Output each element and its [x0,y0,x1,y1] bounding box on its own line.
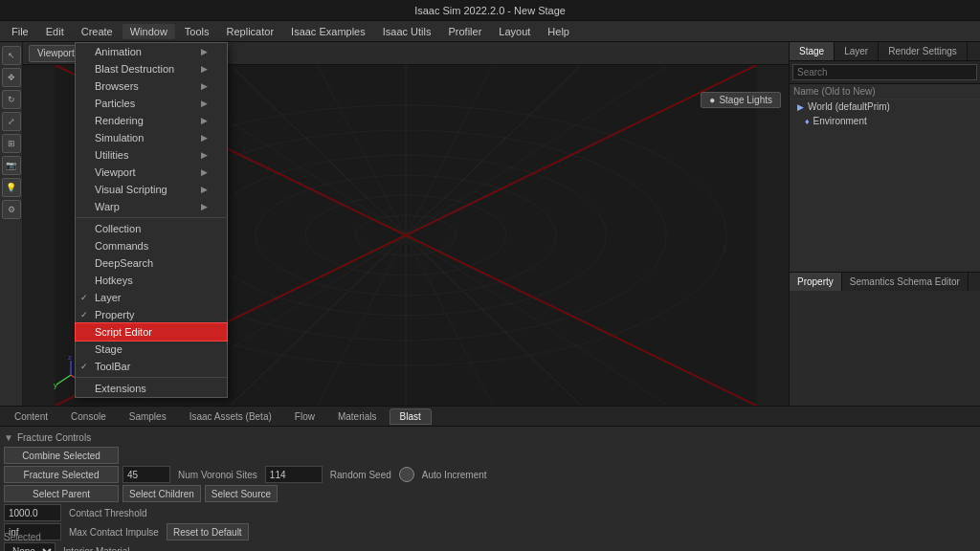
combine-selected-button[interactable]: Combine Selected [4,447,119,464]
stage-lights-button[interactable]: ● Stage Lights [701,92,781,108]
dd-deepsearch-label: DeepSearch [95,257,153,269]
tab-blast[interactable]: Blast [390,408,432,425]
right-panel-bottom-tabs: Property Semantics Schema Editor [790,273,980,291]
dd-blast-destruction[interactable]: Blast Destruction ▶ [76,60,227,77]
title-bar: Isaac Sim 2022.2.0 - New Stage [0,0,980,21]
value-1000-input[interactable] [4,504,61,521]
menu-create[interactable]: Create [74,24,121,39]
bottom-panel: ▼ Fracture Controls Combine Selected Fra… [0,427,980,551]
stage-tree-header: Name (Old to New) [790,84,980,99]
toolbar-camera[interactable]: 📷 [2,156,21,175]
world-icon: ▶ [797,102,804,112]
dd-utilities[interactable]: Utilities ▶ [76,146,227,164]
random-seed-label: Random Seed [326,469,395,481]
menu-isaac-examples[interactable]: Isaac Examples [283,24,373,39]
dd-layer-label: Layer [95,292,122,303]
dd-extensions[interactable]: Extensions [76,380,227,397]
toolbar-physics[interactable]: ⚙ [2,200,21,219]
dd-warp-label: Warp [95,201,120,212]
dd-script-editor[interactable]: Script Editor [76,323,227,341]
fracture-controls: ▼ Fracture Controls Combine Selected Fra… [0,427,980,551]
dd-simulation-label: Simulation [95,132,144,143]
warp-arrow-icon: ▶ [201,202,208,211]
menu-layout[interactable]: Layout [491,24,538,39]
menu-replicator[interactable]: Replicator [219,24,282,39]
dd-layer[interactable]: ✓ Layer [76,289,227,306]
select-children-button[interactable]: Select Children [122,485,201,502]
dd-simulation[interactable]: Simulation ▶ [76,129,227,146]
max-contact-impulse-label: Max Contact Impulse [65,526,163,539]
tree-item-world-label: World (defaultPrim) [808,101,890,112]
menu-tools[interactable]: Tools [177,24,217,39]
menu-window[interactable]: Window [122,24,175,39]
toolbar-scale[interactable]: ⤢ [2,112,21,131]
dd-property[interactable]: ✓ Property [76,306,227,323]
toolbar-light[interactable]: 💡 [2,178,21,197]
voronoi-sites-input[interactable] [265,466,323,483]
viewport-arrow-icon: ▶ [201,167,208,177]
search-box [790,61,980,84]
dd-stage[interactable]: Stage [76,341,227,358]
dd-toolbar[interactable]: ✓ ToolBar [76,358,227,375]
dd-commands[interactable]: Commands [76,237,227,254]
auto-increment-toggle[interactable] [399,467,414,482]
dd-visual-scripting[interactable]: Visual Scripting ▶ [76,181,227,198]
menu-file[interactable]: File [4,24,36,39]
tab-console[interactable]: Console [60,408,117,425]
tree-item-world[interactable]: ▶ World (defaultPrim) [790,99,980,114]
dd-rendering[interactable]: Rendering ▶ [76,112,227,129]
toolbar-rotate[interactable]: ↻ [2,90,21,109]
dd-utilities-label: Utilities [95,149,128,161]
blast-destruction-arrow-icon: ▶ [201,64,208,74]
reset-to-default-button[interactable]: Reset to Default [167,523,249,540]
tab-content[interactable]: Content [4,408,58,425]
right-panel-tabs: Stage Layer Render Settings [790,42,980,61]
semantics-tab[interactable]: Semantics Schema Editor [842,273,969,291]
none-dropdown[interactable]: None [4,542,56,551]
dd-stage-label: Stage [95,343,122,355]
dd-rendering-label: Rendering [95,115,144,126]
dd-warp[interactable]: Warp ▶ [76,198,227,215]
particles-arrow-icon: ▶ [201,99,208,108]
dd-animation[interactable]: Animation ▶ [76,43,227,60]
menu-edit[interactable]: Edit [38,24,72,39]
dd-browsers-label: Browsers [95,80,139,92]
layer-tab[interactable]: Layer [835,42,879,60]
select-source-button[interactable]: Select Source [205,485,278,502]
dd-deepsearch[interactable]: DeepSearch [76,254,227,272]
fracture-input[interactable] [122,466,170,483]
stage-tab[interactable]: Stage [790,42,835,60]
dd-particles-label: Particles [95,98,135,109]
tab-samples[interactable]: Samples [119,408,177,425]
menu-isaac-utils[interactable]: Isaac Utils [375,24,439,39]
toolbar-move[interactable]: ✥ [2,68,21,87]
dd-visual-scripting-label: Visual Scripting [95,184,167,195]
select-parent-button[interactable]: Select Parent [4,485,119,502]
bottom-tabs: Content Console Samples Isaac Assets (Be… [0,406,980,427]
num-voronoi-label: Num Voronoi Sites [174,469,261,481]
dd-hotkeys[interactable]: Hotkeys [76,272,227,289]
menu-profiler[interactable]: Profiler [440,24,489,39]
rendering-arrow-icon: ▶ [201,116,208,125]
tab-flow[interactable]: Flow [284,408,325,425]
dd-collection[interactable]: Collection [76,220,227,237]
stage-lights-label: Stage Lights [719,95,772,105]
right-panel: Stage Layer Render Settings Name (Old to… [789,42,980,406]
dd-viewport[interactable]: Viewport ▶ [76,164,227,181]
property-tab[interactable]: Property [790,273,842,291]
toolbar-select[interactable]: ↖ [2,46,21,65]
render-settings-tab[interactable]: Render Settings [879,42,968,60]
search-input[interactable] [792,64,977,80]
dd-particles[interactable]: Particles ▶ [76,95,227,112]
dd-viewport-label: Viewport [95,166,136,178]
fracture-selected-button[interactable]: Fracture Selected [4,466,119,483]
dd-browsers[interactable]: Browsers ▶ [76,77,227,95]
toolbar-snap[interactable]: ⊞ [2,134,21,153]
fracture-controls-header[interactable]: ▼ Fracture Controls [4,430,976,445]
tab-isaac-assets[interactable]: Isaac Assets (Beta) [179,408,282,425]
viewport-label: Viewport [37,48,75,58]
tree-item-environment[interactable]: ♦ Environment [790,114,980,128]
tab-materials[interactable]: Materials [327,408,388,425]
menu-help[interactable]: Help [540,24,577,39]
utilities-arrow-icon: ▶ [201,150,208,160]
